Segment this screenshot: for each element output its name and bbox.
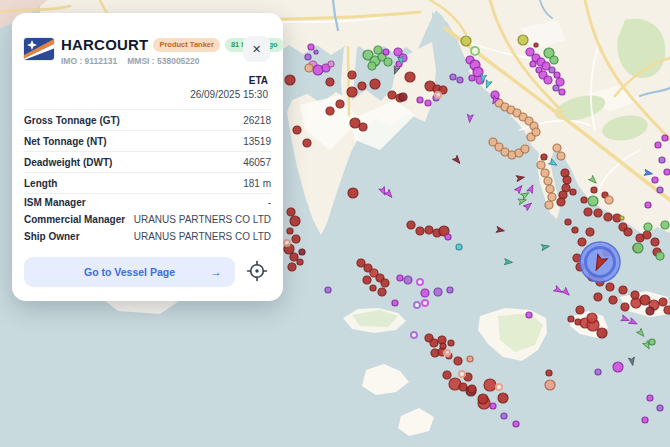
vessel-marker[interactable] [325,287,331,293]
vessel-marker[interactable] [553,144,561,152]
vessel-marker[interactable] [490,403,496,409]
vessel-marker[interactable] [292,235,300,243]
vessel-marker[interactable] [544,76,552,84]
vessel-marker[interactable] [303,139,311,147]
vessel-marker[interactable] [287,208,295,216]
vessel-marker[interactable] [604,213,612,221]
vessel-marker[interactable] [357,259,365,267]
vessel-marker[interactable] [501,413,507,419]
vessel-marker[interactable] [459,383,467,391]
vessel-marker[interactable] [587,313,597,323]
vessel-marker[interactable] [546,370,552,376]
vessel-marker[interactable] [581,197,587,203]
vessel-marker[interactable] [642,417,648,423]
vessel-marker[interactable] [572,227,578,233]
vessel-marker[interactable] [305,64,313,72]
vessel-marker[interactable] [358,82,366,90]
vessel-marker[interactable] [541,154,547,160]
vessel-marker[interactable] [594,293,602,301]
vessel-marker[interactable] [620,216,624,220]
vessel-marker[interactable] [287,228,293,234]
vessel-marker[interactable] [657,405,663,411]
vessel-marker[interactable] [594,209,602,217]
vessel-marker[interactable] [550,56,558,64]
vessel-marker-ring[interactable] [414,302,420,308]
vessel-marker[interactable] [605,196,613,204]
vessel-marker[interactable] [591,187,597,193]
vessel-marker[interactable] [348,71,356,79]
go-to-vessel-page-button[interactable]: Go to Vessel Page → [24,257,235,287]
vessel-marker[interactable] [657,187,663,193]
vessel-marker[interactable] [381,279,389,287]
vessel-marker[interactable] [545,201,553,209]
vessel-marker[interactable] [397,275,403,281]
vessel-marker[interactable] [557,152,565,160]
vessel-marker[interactable] [621,303,629,311]
vessel-marker[interactable] [314,50,318,54]
vessel-marker[interactable] [586,228,594,236]
vessel-marker[interactable] [378,288,386,296]
vessel-marker-ring[interactable] [444,350,450,356]
vessel-marker[interactable] [469,75,475,81]
vessel-marker[interactable] [578,238,586,246]
vessel-marker[interactable] [368,62,376,70]
vessel-marker[interactable] [498,393,508,403]
vessel-marker[interactable] [288,263,296,271]
vessel-marker[interactable] [659,298,667,306]
vessel-marker[interactable] [521,145,529,153]
vessel-marker[interactable] [549,67,555,73]
center-on-vessel-button[interactable] [244,259,270,285]
vessel-marker[interactable] [290,216,300,226]
vessel-marker[interactable] [624,228,632,236]
vessel-marker[interactable] [652,177,658,183]
vessel-marker[interactable] [448,340,454,346]
vessel-marker[interactable] [518,35,528,45]
vessel-marker[interactable] [313,65,323,75]
vessel-marker[interactable] [405,72,415,82]
vessel-marker[interactable] [584,208,592,216]
vessel-marker[interactable] [513,421,519,427]
vessel-marker[interactable] [532,128,540,136]
vessel-marker[interactable] [526,312,532,318]
vessel-marker[interactable] [461,36,471,46]
vessel-marker[interactable] [633,243,643,253]
vessel-marker[interactable] [546,185,554,193]
vessel-marker[interactable] [631,291,639,299]
vessel-marker[interactable] [348,188,358,198]
vessel-marker[interactable] [557,198,565,206]
vessel-marker[interactable] [388,91,396,99]
vessel-marker[interactable] [374,46,382,54]
vessel-marker[interactable] [445,234,451,240]
vessel-marker[interactable] [646,307,654,315]
vessel-marker[interactable] [545,380,555,390]
vessel-marker[interactable] [559,89,565,95]
vessel-marker[interactable] [399,93,407,101]
vessel-marker[interactable] [662,135,668,141]
vessel-marker[interactable] [425,100,431,106]
vessel-marker[interactable] [644,223,652,231]
vessel-marker[interactable] [363,276,371,284]
vessel-marker[interactable] [326,107,334,115]
vessel-marker[interactable] [425,226,433,234]
vessel-marker[interactable] [649,339,655,345]
vessel-marker[interactable] [548,193,556,201]
vessel-marker[interactable] [647,395,653,401]
vessel-marker[interactable] [613,362,623,372]
vessel-marker[interactable] [570,189,576,195]
vessel-marker[interactable] [417,97,423,103]
vessel-marker[interactable] [370,79,380,89]
vessel-marker[interactable] [645,202,651,208]
vessel-marker[interactable] [285,75,295,85]
vessel-marker[interactable] [664,306,670,314]
vessel-marker[interactable] [440,343,446,349]
vessel-marker[interactable] [554,72,560,78]
vessel-marker[interactable] [609,296,617,304]
vessel-marker[interactable] [659,157,665,163]
vessel-marker[interactable] [326,78,334,86]
vessel-marker[interactable] [568,316,574,322]
vessel-marker[interactable] [450,74,456,80]
vessel-marker[interactable] [530,61,536,67]
vessel-marker[interactable] [443,371,451,379]
vessel-marker[interactable] [656,252,664,260]
vessel-marker[interactable] [430,339,438,347]
